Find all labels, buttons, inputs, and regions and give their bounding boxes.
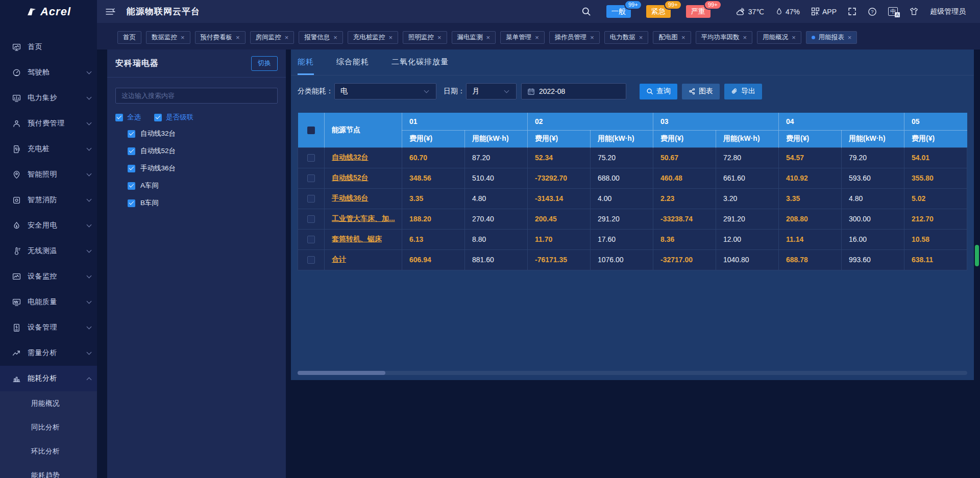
node-name-link[interactable]: 套筒转机、锯床 xyxy=(325,229,402,249)
sidebar-subitem[interactable]: 同比分析 xyxy=(0,415,97,439)
select-all-rows-checkbox[interactable] xyxy=(298,113,325,147)
sidebar-subitem[interactable]: 用能概况 xyxy=(0,391,97,415)
close-tab-icon[interactable]: × xyxy=(388,34,393,41)
sidebar-item[interactable]: 需量分析 xyxy=(0,340,97,366)
checkbox-unchecked-icon[interactable] xyxy=(307,174,315,182)
close-tab-icon[interactable]: × xyxy=(236,34,240,41)
close-tab-icon[interactable]: × xyxy=(848,34,852,41)
checkbox-dark-icon[interactable] xyxy=(307,127,315,134)
tree-node[interactable]: 手动线36台 xyxy=(107,160,286,177)
checkbox-unchecked-icon[interactable] xyxy=(307,215,315,223)
workspace-tab[interactable]: 报警信息× xyxy=(299,31,343,44)
language-icon[interactable]: 中 xyxy=(888,7,898,16)
report-tab[interactable]: 能耗 xyxy=(298,57,314,75)
checkbox-checked-icon[interactable] xyxy=(128,130,135,138)
close-tab-icon[interactable]: × xyxy=(181,34,185,41)
row-checkbox[interactable] xyxy=(298,188,325,209)
alarm-badge[interactable]: 一般99+ xyxy=(606,5,631,18)
checkbox-checked-icon[interactable] xyxy=(128,182,135,190)
sidebar-item[interactable]: 充电桩 xyxy=(0,136,97,162)
search-icon[interactable] xyxy=(581,7,591,16)
row-checkbox[interactable] xyxy=(298,249,325,270)
app-download[interactable]: APP xyxy=(811,7,837,16)
switch-button[interactable]: 切换 xyxy=(251,56,278,71)
workspace-tab[interactable]: 用能概况× xyxy=(757,31,801,44)
sidebar-item[interactable]: 设备监控 xyxy=(0,264,97,289)
sidebar-item[interactable]: 安全用电 xyxy=(0,213,97,238)
sidebar-item[interactable]: 预付费管理 xyxy=(0,111,97,136)
node-name-link[interactable]: 工业管大车床、加... xyxy=(325,209,402,229)
horizontal-scrollbar[interactable] xyxy=(298,371,967,375)
sidebar-item[interactable]: 首页 xyxy=(0,34,97,60)
workspace-tab[interactable]: 照明监控× xyxy=(403,31,447,44)
workspace-tab[interactable]: 操作员管理× xyxy=(549,31,600,44)
row-checkbox[interactable] xyxy=(298,147,325,168)
sidebar-item[interactable]: 驾驶舱 xyxy=(0,60,97,85)
export-button[interactable]: 导出 xyxy=(724,84,762,99)
node-name-link[interactable]: 合计 xyxy=(325,249,402,270)
row-checkbox[interactable] xyxy=(298,168,325,188)
workspace-tab[interactable]: 漏电监测× xyxy=(452,31,496,44)
sidebar-item[interactable]: 无线测温 xyxy=(0,238,97,264)
tree-search-input[interactable] xyxy=(115,88,278,104)
date-granularity-select[interactable]: 月 xyxy=(466,83,517,99)
close-tab-icon[interactable]: × xyxy=(333,34,337,41)
workspace-tab[interactable]: 房间监控× xyxy=(250,31,295,44)
checkbox-checked-icon[interactable] xyxy=(128,199,135,207)
workspace-tab[interactable]: 预付费看板× xyxy=(195,31,246,44)
tree-node[interactable]: 自动线32台 xyxy=(107,125,286,142)
close-tab-icon[interactable]: × xyxy=(535,34,539,41)
date-picker[interactable]: 2022-08 xyxy=(521,83,626,99)
category-select[interactable]: 电 xyxy=(334,83,436,99)
close-tab-icon[interactable]: × xyxy=(590,34,594,41)
workspace-tab[interactable]: 菜单管理× xyxy=(500,31,545,44)
tree-node[interactable]: A车间 xyxy=(107,177,286,194)
workspace-tab[interactable]: 首页 xyxy=(117,31,141,44)
sidebar-item[interactable]: 电能质量 xyxy=(0,289,97,315)
user-name[interactable]: 超级管理员 xyxy=(930,7,966,16)
fullscreen-icon[interactable] xyxy=(848,7,856,16)
close-tab-icon[interactable]: × xyxy=(792,34,796,41)
chart-button[interactable]: 图表 xyxy=(682,84,720,99)
checkbox-unchecked-icon[interactable] xyxy=(307,195,315,203)
report-tab[interactable]: 综合能耗 xyxy=(336,57,369,75)
checkbox-checked-icon[interactable] xyxy=(128,147,135,155)
checkbox-unchecked-icon[interactable] xyxy=(307,236,315,243)
close-tab-icon[interactable]: × xyxy=(743,34,747,41)
close-tab-icon[interactable]: × xyxy=(437,34,442,41)
alarm-badge[interactable]: 严重99+ xyxy=(686,5,710,18)
close-tab-icon[interactable]: × xyxy=(639,34,643,41)
row-checkbox[interactable] xyxy=(298,209,325,229)
close-tab-icon[interactable]: × xyxy=(681,34,685,41)
tree-node[interactable]: 自动线52台 xyxy=(107,142,286,160)
workspace-tab[interactable]: 充电桩监控× xyxy=(348,31,398,44)
node-name-link[interactable]: 自动线52台 xyxy=(325,168,402,188)
cascade-checkbox[interactable]: 是否级联 xyxy=(154,113,193,122)
workspace-tab[interactable]: 数据监控× xyxy=(146,31,190,44)
sidebar-subitem[interactable]: 能耗趋势 xyxy=(0,463,97,478)
node-name-link[interactable]: 手动线36台 xyxy=(325,188,402,209)
checkbox-checked-icon[interactable] xyxy=(128,165,135,172)
workspace-tab[interactable]: 平均功率因数× xyxy=(696,31,753,44)
close-tab-icon[interactable]: × xyxy=(285,34,289,41)
select-all-checkbox[interactable]: 全选 xyxy=(115,113,141,122)
close-tab-icon[interactable]: × xyxy=(486,34,491,41)
help-icon[interactable]: ? xyxy=(868,7,877,16)
workspace-tab[interactable]: 电力数据× xyxy=(604,31,649,44)
checkbox-checked-icon[interactable] xyxy=(115,114,123,121)
sidebar-item[interactable]: 电力集抄 xyxy=(0,85,97,111)
sidebar-item[interactable]: 能耗分析 xyxy=(0,366,97,391)
collapse-menu-icon[interactable] xyxy=(106,8,115,16)
vertical-scrollbar-thumb[interactable] xyxy=(975,245,979,266)
sidebar-subitem[interactable]: 环比分析 xyxy=(0,439,97,463)
checkbox-checked-icon[interactable] xyxy=(154,114,162,121)
query-button[interactable]: 查询 xyxy=(640,84,677,99)
node-name-link[interactable]: 自动线32台 xyxy=(325,147,402,168)
sidebar-item[interactable]: 智慧消防 xyxy=(0,187,97,213)
tree-node[interactable]: B车间 xyxy=(107,194,286,212)
sidebar-item[interactable]: 智能照明 xyxy=(0,162,97,187)
report-tab[interactable]: 二氧化碳排放量 xyxy=(391,57,449,75)
row-checkbox[interactable] xyxy=(298,229,325,249)
checkbox-unchecked-icon[interactable] xyxy=(307,256,315,264)
vertical-scrollbar[interactable] xyxy=(974,49,980,478)
